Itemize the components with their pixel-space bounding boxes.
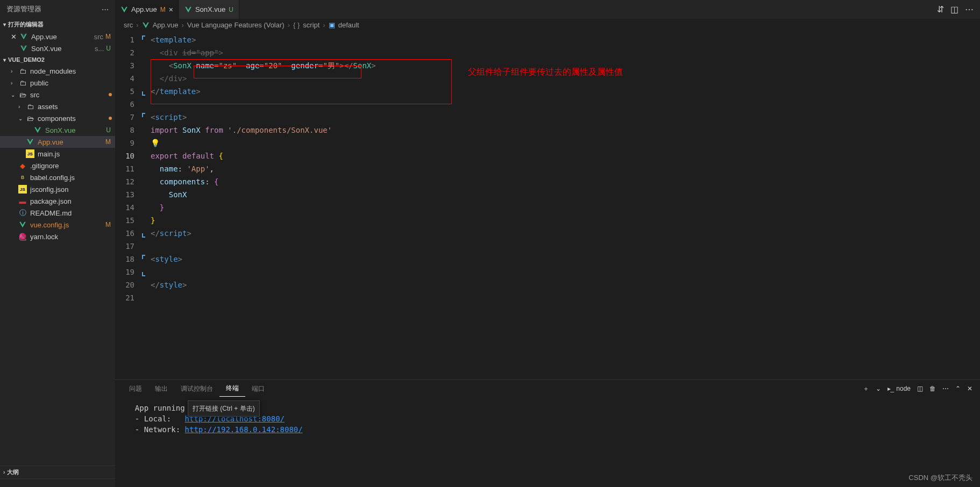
- open-editors-title: 打开的编辑器: [8, 20, 44, 28]
- fold-gutter: [142, 31, 151, 379]
- chevron-right-icon: ›: [11, 68, 18, 74]
- folder-icon: 🗁: [18, 90, 27, 99]
- watermark: CSDN @软工不秃头: [908, 473, 972, 483]
- chevron-down-icon: ▾: [3, 22, 6, 27]
- terminal-icon: ▸_: [887, 385, 894, 392]
- maximize-icon[interactable]: ⌃: [955, 385, 961, 392]
- editor[interactable]: 12345 678910 1112131415 161718192021 父组件…: [115, 31, 980, 379]
- vue-icon: [19, 44, 28, 53]
- close-panel-icon[interactable]: ✕: [967, 385, 972, 392]
- panel-tab-ports[interactable]: 端口: [245, 381, 271, 397]
- tree-folder[interactable]: ›🗀assets: [0, 101, 115, 112]
- compare-icon[interactable]: ⇵: [937, 4, 944, 15]
- shell-selector[interactable]: ▸_node: [887, 385, 911, 392]
- babel-icon: B: [18, 173, 27, 182]
- tree-folder[interactable]: ›🗀node_modules: [0, 65, 115, 77]
- tree-file[interactable]: SonX.vueU: [0, 124, 115, 136]
- more-icon[interactable]: ⋯: [942, 385, 949, 392]
- vue-icon: [184, 6, 192, 13]
- tree-folder[interactable]: ›🗀public: [0, 77, 115, 89]
- panel-tab-output[interactable]: 输出: [148, 381, 174, 397]
- tree-folder[interactable]: ⌄🗁components: [0, 112, 115, 124]
- tree-folder[interactable]: ⌄🗁src: [0, 89, 115, 101]
- chevron-right-icon: ›: [18, 104, 26, 110]
- network-url-link[interactable]: http://192.168.0.142:8080/: [185, 425, 303, 434]
- more-icon[interactable]: ⋯: [965, 4, 974, 15]
- file-name: SonX.vue: [31, 45, 93, 53]
- tab-actions: ⇵ ◫ ⋯: [931, 4, 980, 15]
- panel-tab-terminal[interactable]: 终端: [219, 381, 245, 397]
- modified-dot-icon: [109, 117, 112, 120]
- more-icon[interactable]: ⋯: [102, 5, 109, 13]
- line-numbers: 12345 678910 1112131415 161718192021: [115, 31, 142, 379]
- tree-file[interactable]: App.vueM: [0, 136, 115, 148]
- git-status: U: [106, 45, 111, 52]
- chevron-down-icon: ⌄: [18, 116, 26, 121]
- split-terminal-icon[interactable]: ◫: [917, 385, 923, 392]
- npm-icon: ▬: [18, 197, 27, 205]
- folder-icon: 🗁: [26, 114, 34, 123]
- link-tooltip: 打开链接 (Ctrl + 单击): [188, 400, 260, 417]
- project-name: VUE_DEMO2: [8, 56, 45, 63]
- tree-file[interactable]: JSjsconfig.json: [0, 183, 115, 195]
- chevron-right-icon: ›: [3, 469, 5, 475]
- new-terminal-icon[interactable]: ＋: [863, 384, 869, 393]
- outline-title: 大纲: [7, 468, 19, 476]
- tab-label: App.vue: [131, 5, 157, 13]
- vue-icon: [120, 6, 128, 13]
- sidebar-header: 资源管理器 ⋯: [0, 0, 115, 18]
- open-editor-item[interactable]: SonX.vue s... U: [0, 42, 115, 54]
- tree-file[interactable]: ⓘREADME.md: [0, 207, 115, 219]
- panel-tab-problems[interactable]: 问题: [123, 381, 148, 397]
- breadcrumb[interactable]: src› App.vue› Vue Language Features (Vol…: [115, 19, 980, 31]
- project-header[interactable]: ▾ VUE_DEMO2: [0, 54, 115, 65]
- chevron-right-icon: ›: [11, 80, 18, 86]
- sidebar-title: 资源管理器: [6, 4, 41, 14]
- folder-icon: 🗀: [26, 102, 34, 111]
- tree-file[interactable]: ▬package.json: [0, 195, 115, 207]
- main-area: App.vue M × SonX.vue U ⇵ ◫ ⋯ src› App.vu…: [115, 0, 980, 487]
- chevron-down-icon: ▾: [3, 57, 6, 63]
- trash-icon[interactable]: 🗑: [929, 385, 936, 392]
- tab-status: U: [229, 6, 233, 13]
- file-path: s...: [95, 45, 104, 53]
- panel-tabs: 问题 输出 调试控制台 终端 端口 ＋ ⌄ ▸_node ◫ 🗑 ⋯ ⌃ ✕: [115, 380, 980, 397]
- vue-icon: [33, 126, 42, 134]
- tree-file[interactable]: 🧶yarn.lock: [0, 231, 115, 242]
- tree-file[interactable]: Bbabel.config.js: [0, 171, 115, 183]
- open-editor-item[interactable]: ✕ App.vue src M: [0, 31, 115, 42]
- vue-icon: [18, 220, 27, 229]
- split-icon[interactable]: ◫: [950, 4, 958, 15]
- close-icon[interactable]: ✕: [11, 33, 19, 41]
- panel-tab-debug[interactable]: 调试控制台: [174, 381, 219, 397]
- minimap[interactable]: [937, 31, 980, 379]
- tree-file[interactable]: vue.config.jsM: [0, 219, 115, 231]
- tree-file[interactable]: ◆.gitignore: [0, 160, 115, 171]
- dropdown-icon[interactable]: ⌄: [876, 385, 881, 392]
- vue-icon: [26, 138, 34, 146]
- git-icon: ◆: [18, 161, 27, 170]
- tab-bar: App.vue M × SonX.vue U ⇵ ◫ ⋯: [115, 0, 980, 19]
- terminal-output[interactable]: 打开链接 (Ctrl + 单击) App running - Local: ht…: [115, 397, 980, 487]
- outline-header[interactable]: › 大纲: [0, 465, 115, 478]
- tab-sonx-vue[interactable]: SonX.vue U: [179, 0, 239, 19]
- close-icon[interactable]: ×: [169, 5, 173, 14]
- tab-app-vue[interactable]: App.vue M ×: [115, 0, 179, 19]
- bottom-panel: 问题 输出 调试控制台 终端 端口 ＋ ⌄ ▸_node ◫ 🗑 ⋯ ⌃ ✕ 打…: [115, 379, 980, 487]
- tree-file[interactable]: JSmain.js: [0, 148, 115, 160]
- js-icon: JS: [18, 185, 27, 194]
- file-tree: ›🗀node_modules ›🗀public ⌄🗁src ›🗀assets ⌄…: [0, 65, 115, 465]
- yarn-icon: 🧶: [18, 232, 27, 241]
- tab-status: M: [160, 6, 166, 13]
- collapsed-section[interactable]: [0, 478, 115, 487]
- git-status: M: [105, 33, 111, 40]
- code-area[interactable]: 父组件给子组件要传过去的属性及属性值 <template> <div id="a…: [151, 31, 937, 379]
- tab-label: SonX.vue: [195, 5, 225, 13]
- folder-icon: 🗀: [18, 78, 27, 87]
- modified-dot-icon: [109, 93, 112, 96]
- open-editors-header[interactable]: ▾ 打开的编辑器: [0, 18, 115, 31]
- lightbulb-icon[interactable]: 💡: [151, 139, 160, 147]
- file-path: src: [94, 33, 103, 41]
- sidebar: 资源管理器 ⋯ ▾ 打开的编辑器 ✕ App.vue src M SonX.vu…: [0, 0, 115, 487]
- file-name: App.vue: [31, 33, 92, 41]
